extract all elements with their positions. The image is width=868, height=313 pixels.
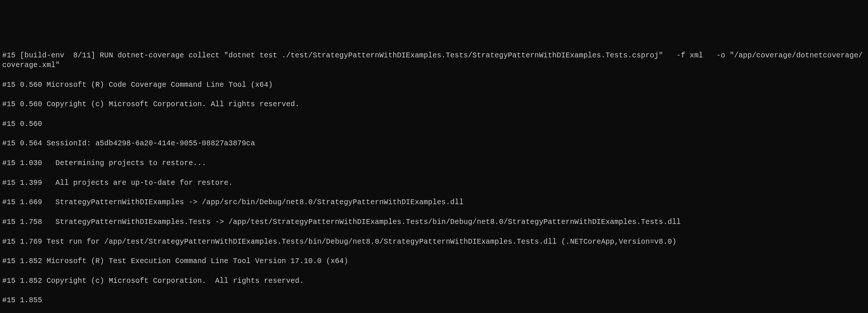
terminal-output: #15 [build-env 8/11] RUN dotnet-coverage… bbox=[2, 41, 866, 313]
log-line: #15 0.560 Copyright (c) Microsoft Corpor… bbox=[2, 99, 866, 109]
log-line: #15 1.758 StrategyPatternWithDIExamples.… bbox=[2, 217, 866, 227]
log-line: #15 0.560 bbox=[2, 119, 866, 129]
log-line: #15 1.030 Determining projects to restor… bbox=[2, 158, 866, 168]
log-line: #15 1.852 Microsoft (R) Test Execution C… bbox=[2, 256, 866, 266]
log-line: #15 1.399 All projects are up-to-date fo… bbox=[2, 178, 866, 188]
log-line: #15 0.560 Microsoft (R) Code Coverage Co… bbox=[2, 80, 866, 90]
log-line: #15 1.769 Test run for /app/test/Strateg… bbox=[2, 237, 866, 247]
log-line: #15 1.852 Copyright (c) Microsoft Corpor… bbox=[2, 276, 866, 286]
log-line: #15 1.855 bbox=[2, 295, 866, 305]
log-line: #15 1.669 StrategyPatternWithDIExamples … bbox=[2, 197, 866, 207]
log-line: #15 [build-env 8/11] RUN dotnet-coverage… bbox=[2, 51, 866, 70]
log-line: #15 0.564 SessionId: a5db4298-6a20-414e-… bbox=[2, 139, 866, 148]
